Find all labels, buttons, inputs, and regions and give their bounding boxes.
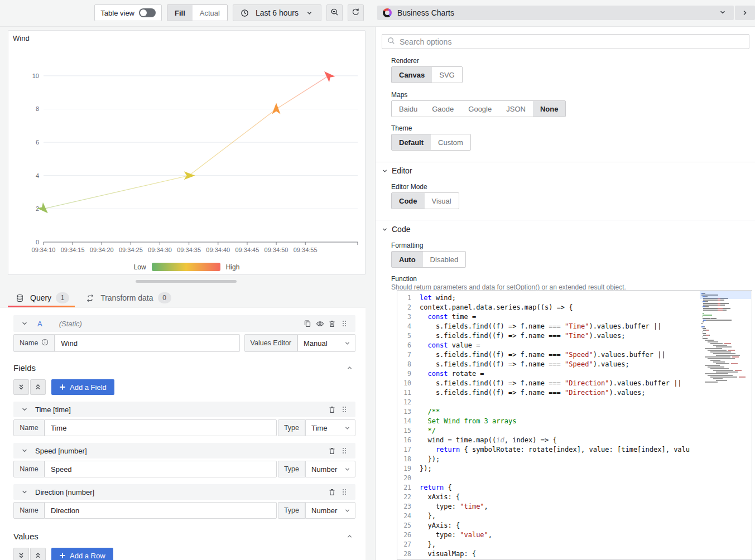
formatting-option-auto[interactable]: Auto [392, 252, 423, 267]
refresh-button[interactable] [348, 4, 364, 21]
table-view-switch[interactable] [139, 8, 156, 17]
field-name-label: Name [13, 419, 45, 436]
line-number: 1 [397, 293, 420, 303]
transform-icon [84, 292, 96, 304]
values-editor-select[interactable]: Manual [297, 334, 355, 352]
zoom-out-button[interactable] [326, 4, 343, 21]
maps-option-gaode[interactable]: Gaode [425, 101, 461, 117]
options-search-input[interactable] [400, 37, 744, 46]
code-line: 18}); [397, 455, 752, 464]
values-editor-label: Values Editor [244, 334, 297, 352]
table-view-toggle-group[interactable]: Table view [94, 4, 162, 21]
legend-gradient-bar [152, 263, 220, 271]
expand-all-button[interactable] [30, 379, 46, 395]
delete-field-icon[interactable] [326, 486, 338, 498]
chevron-down-icon [18, 317, 31, 330]
editor-mode-option-visual[interactable]: Visual [425, 193, 459, 209]
query-row-header[interactable]: A (Static) [13, 315, 355, 332]
chevron-right-icon [742, 9, 748, 16]
display-mode-option-actual[interactable]: Actual [193, 5, 227, 21]
code-line: 10s.fields.find((f) => f.name === "Direc… [397, 379, 752, 388]
hide-response-eye-icon[interactable] [314, 317, 326, 330]
field-type-select[interactable]: Number [305, 502, 355, 519]
display-mode-option-fill[interactable]: Fill [167, 5, 193, 21]
editor-section-header[interactable]: Editor [382, 166, 412, 175]
wind-chart: 024681009:34:1009:34:1509:34:2009:34:250… [8, 31, 365, 274]
drag-handle-icon[interactable] [338, 317, 350, 330]
collapse-options-pane-button[interactable] [735, 6, 755, 20]
line-number: 11 [397, 388, 420, 398]
time-range-picker[interactable]: Last 6 hours [233, 4, 321, 21]
svg-text:09:34:20: 09:34:20 [90, 247, 114, 253]
minimap-slider[interactable] [700, 291, 751, 299]
zoom-out-icon [330, 8, 339, 18]
collapse-section-icon[interactable] [343, 361, 355, 374]
field-name-input[interactable] [45, 502, 277, 519]
line-number: 22 [397, 493, 420, 502]
query-name-input[interactable] [55, 334, 239, 352]
table-view-label: Table view [100, 9, 134, 17]
delete-field-icon[interactable] [326, 445, 338, 457]
field-name-label: Name [13, 502, 45, 519]
formatting-option-disabled[interactable]: Disabled [423, 252, 466, 267]
svg-text:09:34:45: 09:34:45 [235, 247, 259, 253]
svg-text:09:34:30: 09:34:30 [148, 247, 172, 253]
code-line: 16wind = time.map((id, index) => { [397, 436, 752, 445]
add-row-button[interactable]: Add a Row [51, 548, 113, 560]
line-number: 9 [397, 369, 420, 379]
section-divider [376, 220, 755, 220]
duplicate-query-icon[interactable] [301, 317, 314, 330]
visualization-select[interactable]: Business Charts [377, 6, 734, 20]
search-icon [387, 37, 395, 46]
info-icon[interactable] [41, 339, 49, 347]
function-code-editor[interactable]: 1let wind;2context.panel.data.series.map… [397, 290, 752, 560]
drag-handle-icon[interactable] [338, 445, 350, 457]
code-section-header[interactable]: Code [382, 225, 410, 234]
maps-option-none[interactable]: None [533, 101, 566, 117]
line-number: 26 [397, 530, 420, 540]
query-editor: A (Static) Name Values Editor Manual Fie… [0, 308, 366, 560]
code-line: 28visualMap: { [397, 549, 752, 559]
delete-field-icon[interactable] [326, 403, 338, 416]
field-name-input[interactable] [45, 461, 277, 477]
field-direction-header[interactable]: Direction [number] [13, 484, 355, 500]
renderer-option-svg[interactable]: SVG [432, 67, 461, 83]
theme-option-default[interactable]: Default [392, 134, 431, 150]
collapse-section-icon[interactable] [343, 530, 355, 542]
line-number: 20 [397, 474, 420, 483]
maps-option-baidu[interactable]: Baidu [392, 101, 425, 117]
editor-mode-option-code[interactable]: Code [392, 193, 425, 209]
renderer-option-canvas[interactable]: Canvas [392, 67, 432, 83]
field-type-select[interactable]: Number [305, 461, 355, 477]
values-heading: Values [13, 532, 39, 541]
time-range-label: Last 6 hours [256, 8, 299, 17]
legend-low-label: Low [134, 263, 146, 271]
code-line: 9const rotate = [397, 369, 752, 379]
field-name-label: Name [13, 461, 45, 477]
field-speed-header[interactable]: Speed [number] [13, 443, 355, 458]
drag-handle-icon[interactable] [338, 403, 350, 416]
field-type-select[interactable]: Time [305, 419, 355, 436]
collapse-all-button[interactable] [13, 379, 29, 395]
tab-query[interactable]: Query 1 [8, 289, 75, 307]
maps-option-google[interactable]: Google [461, 101, 499, 117]
field-time-header[interactable]: Time [time] [13, 402, 355, 417]
field-name-input[interactable] [45, 419, 277, 436]
drag-handle-icon[interactable] [338, 486, 350, 498]
code-line: 27}, [397, 540, 752, 549]
collapse-all-button[interactable] [13, 548, 29, 560]
maps-option-json[interactable]: JSON [499, 101, 533, 117]
field-title: Time [time] [35, 405, 71, 414]
formatting-group: AutoDisabled [391, 251, 466, 268]
options-search[interactable] [382, 34, 749, 49]
expand-all-button[interactable] [30, 548, 46, 560]
field-type-label: Type [278, 461, 305, 477]
theme-option-custom[interactable]: Custom [431, 134, 470, 150]
pane-resize-handle[interactable] [136, 280, 237, 283]
svg-text:09:34:40: 09:34:40 [206, 247, 230, 253]
add-field-button[interactable]: Add a Field [51, 379, 114, 395]
code-minimap[interactable] [700, 291, 751, 559]
line-number: 16 [397, 436, 420, 445]
tab-transform-data[interactable]: Transform data 0 [78, 289, 176, 307]
delete-query-icon[interactable] [326, 317, 338, 330]
